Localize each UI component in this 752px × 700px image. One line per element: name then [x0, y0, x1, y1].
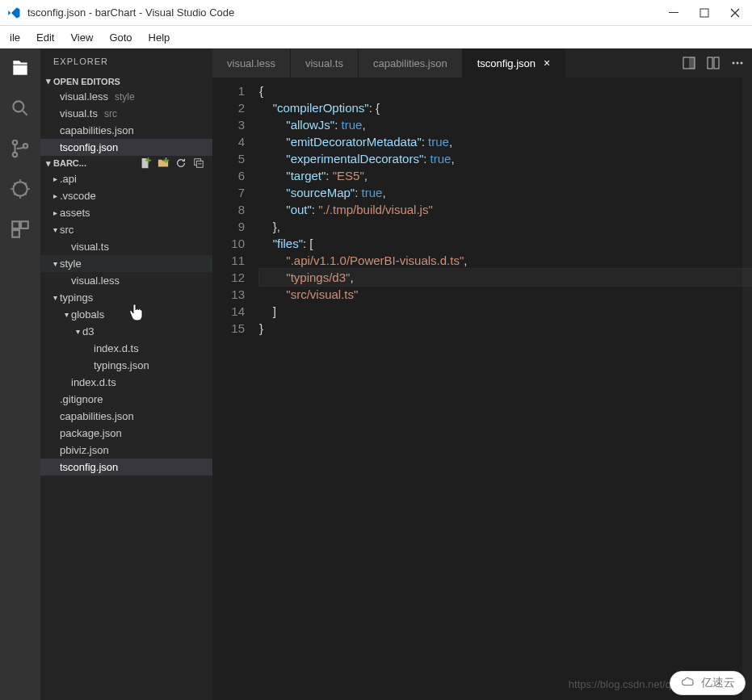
tree-folder[interactable]: ▾globals [40, 306, 212, 323]
svg-point-18 [741, 62, 743, 65]
tree-file[interactable]: visual.less [40, 272, 212, 289]
tree-file[interactable]: index.d.ts [40, 340, 212, 357]
new-folder-icon[interactable] [158, 157, 169, 169]
svg-rect-13 [689, 57, 695, 69]
more-icon[interactable] [731, 57, 744, 69]
menu-file[interactable]: ile [2, 28, 28, 47]
tree-file[interactable]: package.json [40, 425, 212, 442]
explorer-sidebar: EXPLORER ▾OPEN EDITORS visual.lessstylev… [40, 48, 212, 700]
menu-help[interactable]: Help [141, 28, 179, 47]
menubar: ile Edit View Goto Help [0, 26, 752, 48]
svg-rect-1 [700, 9, 708, 17]
tree-file[interactable]: typings.json [40, 357, 212, 374]
svg-rect-14 [708, 57, 712, 69]
svg-rect-15 [714, 57, 719, 69]
source-control-icon[interactable] [9, 137, 32, 160]
tab-bar: visual.lessvisual.tscapabilities.jsontsc… [212, 48, 752, 78]
code-content[interactable]: { "compilerOptions": { "allowJs": true, … [259, 78, 752, 700]
split-preview-icon[interactable] [683, 57, 695, 69]
editor-tab[interactable]: visual.ts [291, 48, 359, 78]
debug-icon[interactable] [9, 178, 32, 200]
search-icon[interactable] [9, 97, 32, 119]
tree-file[interactable]: visual.ts [40, 238, 212, 255]
open-editors-header[interactable]: ▾OPEN EDITORS [40, 74, 212, 88]
tree-file[interactable]: capabilities.json [40, 408, 212, 425]
tree-file[interactable]: tsconfig.json [40, 459, 212, 476]
svg-rect-8 [21, 221, 28, 228]
open-editor-item[interactable]: capabilities.json [40, 122, 212, 139]
tree-file[interactable]: .gitignore [40, 391, 212, 408]
editor-tab[interactable]: capabilities.json [359, 48, 463, 78]
menu-view[interactable]: View [62, 28, 101, 47]
close-icon[interactable]: × [544, 57, 550, 69]
window-titlebar: tsconfig.json - barChart - Visual Studio… [0, 0, 752, 26]
editor-group: visual.lessvisual.tscapabilities.jsontsc… [212, 48, 752, 700]
editor-scrollbar[interactable] [742, 78, 752, 700]
svg-rect-9 [12, 230, 19, 237]
svg-rect-7 [12, 221, 19, 228]
svg-point-3 [13, 140, 17, 145]
svg-point-4 [13, 153, 17, 157]
open-editor-item[interactable]: visual.lessstyle [40, 88, 212, 105]
svg-point-2 [13, 101, 23, 111]
svg-point-16 [733, 62, 735, 65]
new-file-icon[interactable] [140, 157, 151, 169]
window-close-button[interactable] [729, 7, 741, 19]
editor-tab[interactable]: visual.less [212, 48, 291, 78]
open-editor-item[interactable]: tsconfig.json [40, 139, 212, 156]
svg-point-17 [737, 62, 739, 65]
sidebar-title: EXPLORER [40, 48, 212, 74]
tree-folder[interactable]: ▾style [40, 255, 212, 272]
collapse-all-icon[interactable] [193, 157, 204, 169]
tree-folder[interactable]: ▾typings [40, 289, 212, 306]
editor-tab[interactable]: tsconfig.json× [463, 48, 565, 78]
vscode-icon [6, 6, 21, 20]
window-title: tsconfig.json - barChart - Visual Studio… [27, 6, 668, 19]
project-header[interactable]: ▾BARC... [40, 156, 212, 170]
watermark-badge: 亿速云 [670, 671, 746, 695]
split-editor-icon[interactable] [707, 57, 720, 69]
tree-folder[interactable]: ▸.vscode [40, 187, 212, 204]
line-number-gutter: 123456789101112131415 [212, 78, 259, 700]
explorer-icon[interactable] [9, 57, 32, 79]
refresh-icon[interactable] [175, 157, 187, 169]
tree-file[interactable]: pbiviz.json [40, 442, 212, 459]
menu-goto[interactable]: Goto [101, 28, 140, 47]
svg-rect-0 [669, 12, 678, 13]
extensions-icon[interactable] [9, 218, 32, 241]
tree-folder[interactable]: ▸assets [40, 204, 212, 221]
activity-bar [0, 48, 40, 700]
tree-folder[interactable]: ▾d3 [40, 323, 212, 340]
tree-file[interactable]: index.d.ts [40, 374, 212, 391]
open-editor-item[interactable]: visual.tssrc [40, 105, 212, 122]
tree-folder[interactable]: ▸.api [40, 170, 212, 187]
tree-folder[interactable]: ▾src [40, 221, 212, 238]
window-minimize-button[interactable] [668, 7, 679, 19]
code-editor[interactable]: 123456789101112131415 { "compilerOptions… [212, 78, 752, 700]
window-maximize-button[interactable] [699, 7, 710, 19]
footer-url: https://blog.csdn.net/q [569, 678, 671, 690]
menu-edit[interactable]: Edit [28, 28, 62, 47]
